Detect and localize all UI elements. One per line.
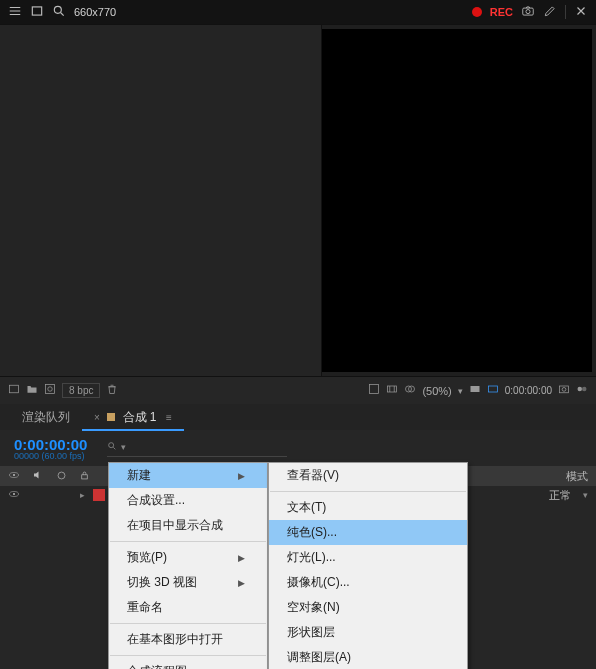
- ctx-item[interactable]: 新建▶: [109, 463, 267, 488]
- ctx-separator: [270, 491, 466, 492]
- svg-rect-8: [388, 386, 397, 392]
- ctx-separator: [110, 623, 266, 624]
- ctx-item-label: 预览(P): [127, 549, 167, 566]
- ctx-item-label: 在基本图形中打开: [127, 631, 223, 648]
- tab-render-queue-label: 渲染队列: [22, 410, 70, 424]
- ctx-separator: [110, 541, 266, 542]
- ctx-item[interactable]: 文本(T): [269, 495, 467, 520]
- ctx-item[interactable]: 合成设置...: [109, 488, 267, 513]
- current-timecode[interactable]: 0:00:00:00: [505, 385, 552, 396]
- ctx-item-label: 文本(T): [287, 499, 326, 516]
- timecode-row: 0:00:00:00 00000 (60.00 fps) ▾: [0, 430, 596, 466]
- bpc-button[interactable]: 8 bpc: [62, 383, 100, 398]
- trash-icon[interactable]: [106, 383, 118, 398]
- layer-color-chip[interactable]: [93, 489, 105, 501]
- visibility-eye-icon[interactable]: [8, 488, 20, 502]
- ctx-item-label: 调整图层(A): [287, 649, 351, 666]
- svg-point-14: [562, 388, 566, 392]
- ctx-item-label: 合成流程图: [127, 663, 187, 669]
- status-icon-bar: 8 bpc (50%) ▾ 0:00:00:00: [0, 376, 596, 404]
- svg-point-1: [54, 6, 61, 13]
- context-submenu-new: 查看器(V)文本(T)纯色(S)...灯光(L)...摄像机(C)...空对象(…: [268, 462, 468, 669]
- folder-icon[interactable]: [26, 383, 38, 398]
- tab-composition-label: 合成 1: [123, 410, 157, 424]
- ctx-item-label: 灯光(L)...: [287, 549, 336, 566]
- context-menu-main: 新建▶合成设置...在项目中显示合成预览(P)▶切换 3D 视图▶重命名在基本图…: [108, 462, 268, 669]
- tab-render-queue[interactable]: 渲染队列: [10, 405, 82, 430]
- audio-column-icon[interactable]: [32, 469, 44, 483]
- record-indicator-icon[interactable]: [472, 7, 482, 17]
- ctx-item-label: 合成设置...: [127, 492, 185, 509]
- zoom-percent[interactable]: (50%): [422, 385, 451, 397]
- edit-pencil-icon[interactable]: [543, 4, 557, 21]
- ctx-item[interactable]: 切换 3D 视图▶: [109, 570, 267, 595]
- lock-column-icon[interactable]: [79, 470, 90, 483]
- search-icon[interactable]: [52, 4, 66, 21]
- svg-point-3: [526, 9, 530, 13]
- viewer-row: [0, 24, 596, 376]
- svg-rect-0: [32, 6, 41, 14]
- ctx-item-label: 重命名: [127, 599, 163, 616]
- mode-column[interactable]: 模式: [566, 469, 588, 484]
- close-icon[interactable]: [574, 4, 588, 21]
- region-icon[interactable]: [487, 383, 499, 398]
- svg-rect-12: [488, 386, 497, 392]
- interpret-icon[interactable]: [8, 383, 20, 398]
- timeline-tab-row: 渲染队列 × 合成 1 ≡: [0, 404, 596, 430]
- ctx-item[interactable]: 形状图层: [269, 620, 467, 645]
- ctx-item[interactable]: 摄像机(C)...: [269, 570, 467, 595]
- svg-point-16: [582, 387, 587, 392]
- ctx-item-label: 查看器(V): [287, 467, 339, 484]
- tab-composition[interactable]: × 合成 1 ≡: [82, 405, 184, 430]
- layer-twirl-icon[interactable]: ▸: [80, 490, 85, 500]
- ctx-item[interactable]: 在项目中显示合成: [109, 513, 267, 538]
- svg-point-17: [109, 442, 114, 447]
- ctx-item-label: 在项目中显示合成: [127, 517, 223, 534]
- snapshot-icon[interactable]: [558, 383, 570, 398]
- svg-point-6: [48, 387, 53, 392]
- window-icon[interactable]: [30, 4, 44, 21]
- svg-rect-5: [46, 385, 55, 394]
- submenu-arrow-icon: ▶: [238, 578, 245, 588]
- transparency-icon[interactable]: [404, 383, 416, 398]
- record-label: REC: [490, 6, 513, 18]
- ctx-item[interactable]: 合成流程图: [109, 659, 267, 669]
- new-comp-icon[interactable]: [44, 383, 56, 398]
- chevron-down-icon[interactable]: ▾: [458, 386, 463, 396]
- timeline-search-input[interactable]: ▾: [107, 440, 287, 457]
- project-panel[interactable]: [0, 25, 322, 376]
- submenu-arrow-icon: ▶: [238, 471, 245, 481]
- ctx-item[interactable]: 在基本图形中打开: [109, 627, 267, 652]
- svg-rect-7: [370, 385, 379, 394]
- eye-column-icon[interactable]: [8, 469, 20, 483]
- solo-column-icon[interactable]: [56, 470, 67, 483]
- ctx-item[interactable]: 重命名: [109, 595, 267, 620]
- tab-menu-icon[interactable]: ≡: [166, 412, 172, 423]
- search-small-icon: [107, 440, 117, 454]
- grid-icon[interactable]: [368, 383, 380, 398]
- ctx-item-label: 纯色(S)...: [287, 524, 337, 541]
- svg-rect-13: [560, 386, 569, 393]
- composition-viewer[interactable]: [322, 29, 592, 372]
- ctx-item[interactable]: 纯色(S)...: [269, 520, 467, 545]
- blend-mode-value[interactable]: 正常: [549, 488, 571, 503]
- menu-icon[interactable]: [8, 4, 22, 21]
- ctx-item-label: 摄像机(C)...: [287, 574, 350, 591]
- ctx-item[interactable]: 灯光(L)...: [269, 545, 467, 570]
- ctx-item[interactable]: 空对象(N): [269, 595, 467, 620]
- ctx-item[interactable]: 查看器(V): [269, 463, 467, 488]
- current-time[interactable]: 0:00:00:00: [14, 436, 87, 453]
- svg-rect-4: [10, 385, 19, 393]
- camera-icon[interactable]: [521, 4, 535, 21]
- ctx-item[interactable]: 调整图层(A): [269, 645, 467, 669]
- toggle-mask-icon[interactable]: [386, 383, 398, 398]
- resolution-icon[interactable]: [469, 383, 481, 398]
- svg-point-15: [578, 387, 583, 392]
- ctx-item-label: 切换 3D 视图: [127, 574, 197, 591]
- svg-point-20: [58, 472, 65, 479]
- channels-icon[interactable]: [576, 383, 588, 398]
- ctx-item-label: 空对象(N): [287, 599, 340, 616]
- search-text[interactable]: 660x770: [74, 6, 116, 18]
- ctx-separator: [110, 655, 266, 656]
- ctx-item[interactable]: 预览(P)▶: [109, 545, 267, 570]
